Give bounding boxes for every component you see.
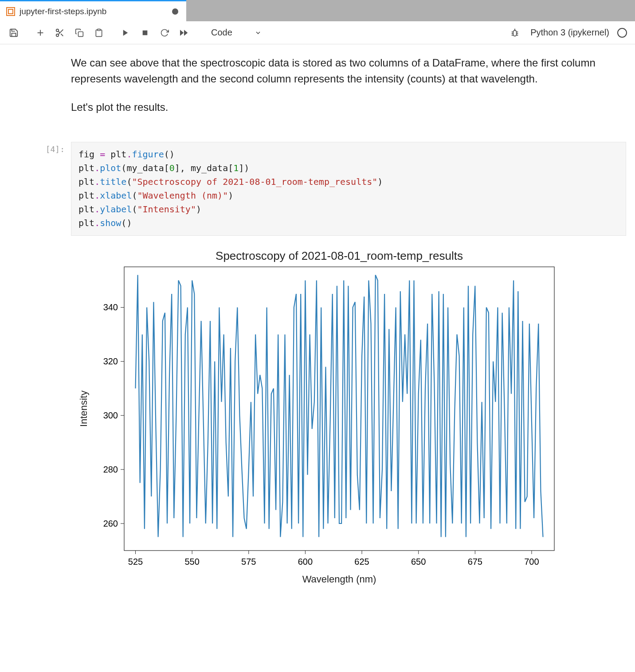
stop-button[interactable] [137,24,153,41]
svg-text:320: 320 [103,356,118,366]
svg-text:Wavelength (nm): Wavelength (nm) [302,574,376,585]
save-button[interactable] [5,24,22,41]
cell-type-label: Code [211,27,232,38]
kernel-name[interactable]: Python 3 (ipykernel) [526,27,614,38]
svg-line-5 [61,34,63,36]
svg-marker-12 [184,30,188,36]
notebook-area: We can see above that the spectroscopic … [0,44,635,590]
tab-title: jupyter-first-steps.ipynb [20,7,106,16]
svg-point-2 [56,29,59,31]
code-cell[interactable]: [4]: fig = plt.figure() plt.plot(my_data… [9,142,626,590]
tab-bar: jupyter-first-steps.ipynb [0,0,635,21]
svg-rect-13 [513,30,516,36]
markdown-paragraph: Let's plot the results. [71,99,613,115]
chevron-down-icon [255,29,262,36]
debug-button[interactable] [506,24,523,41]
svg-text:550: 550 [184,557,199,567]
restart-button[interactable] [156,24,173,41]
kernel-status-icon[interactable] [617,28,627,38]
run-all-button[interactable] [176,24,192,41]
cell-type-select[interactable]: Code [207,27,266,38]
cell-output: Spectroscopy of 2021-08-01_room-temp_res… [71,245,626,590]
copy-button[interactable] [71,24,88,41]
output-chart: Spectroscopy of 2021-08-01_room-temp_res… [71,245,563,590]
cut-button[interactable] [51,24,68,41]
svg-text:280: 280 [103,465,118,474]
svg-point-3 [56,34,59,36]
cell-prompt: [4]: [9,142,71,590]
svg-text:700: 700 [524,557,539,567]
svg-marker-9 [123,30,128,36]
svg-text:Intensity: Intensity [78,391,89,427]
toolbar: Code Python 3 (ipykernel) [0,21,635,44]
svg-text:Spectroscopy of 2021-08-01_roo: Spectroscopy of 2021-08-01_room-temp_res… [216,249,463,262]
run-button[interactable] [117,24,134,41]
notebook-tab[interactable]: jupyter-first-steps.ipynb [0,0,186,21]
svg-text:525: 525 [128,557,143,567]
markdown-paragraph: We can see above that the spectroscopic … [71,55,613,87]
svg-rect-7 [78,31,83,36]
svg-rect-8 [98,29,101,30]
svg-text:300: 300 [103,410,118,420]
markdown-body: We can see above that the spectroscopic … [71,53,626,137]
code-editor[interactable]: fig = plt.figure() plt.plot(my_data[0], … [71,142,626,236]
svg-marker-11 [180,30,184,36]
svg-line-6 [58,31,60,33]
paste-button[interactable] [90,24,107,41]
svg-text:625: 625 [354,557,369,567]
cell-prompt [9,53,71,137]
svg-text:340: 340 [103,302,118,312]
svg-text:650: 650 [411,557,426,567]
svg-text:675: 675 [468,557,482,567]
insert-cell-button[interactable] [32,24,49,41]
dirty-indicator-icon [172,8,178,15]
svg-text:600: 600 [298,557,313,567]
notebook-icon [6,7,15,16]
svg-rect-10 [143,30,148,35]
svg-text:260: 260 [103,519,118,528]
svg-text:575: 575 [241,557,256,567]
markdown-cell[interactable]: We can see above that the spectroscopic … [9,53,626,137]
